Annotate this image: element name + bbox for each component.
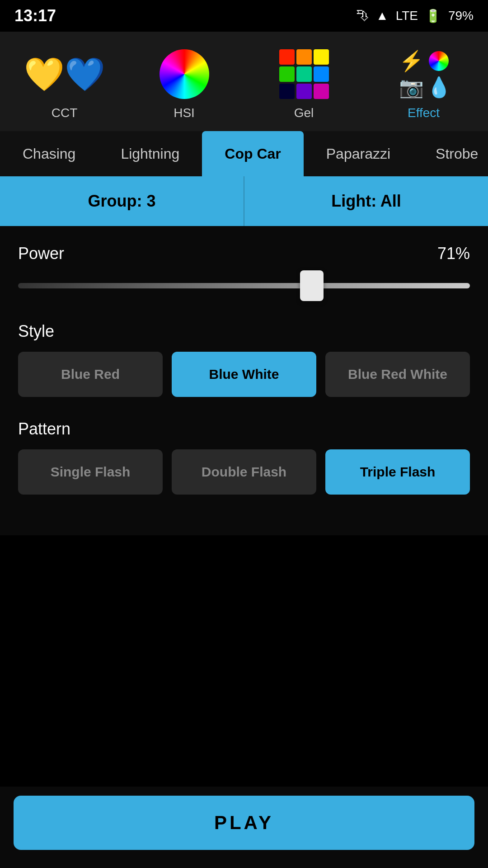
power-section: Power 71% [18, 244, 470, 299]
power-slider-container[interactable] [18, 272, 470, 299]
nav-item-effect[interactable]: ⚡ 📷 💧 Effect [364, 47, 483, 120]
battery-percent: 79% [448, 9, 474, 23]
pattern-btn-triple-flash[interactable]: Triple Flash [325, 449, 470, 495]
gel-icon [277, 47, 331, 101]
signal-icon: ▲ [376, 9, 389, 23]
style-btn-blue-red[interactable]: Blue Red [18, 352, 163, 397]
style-label: Style [18, 322, 470, 341]
style-button-row: Blue Red Blue White Blue Red White [18, 352, 470, 397]
hsi-wheel [160, 49, 209, 99]
power-label: Power [18, 244, 64, 263]
top-nav: 💛 💙 CCT HSI Gel [0, 32, 488, 131]
power-header: Power 71% [18, 244, 470, 263]
nav-label-effect: Effect [408, 106, 440, 120]
group-light-bar: Group: 3 Light: All [0, 176, 488, 226]
pattern-section: Pattern Single Flash Double Flash Triple… [18, 420, 470, 495]
play-button-container: PLAY [0, 787, 488, 868]
tab-lightning[interactable]: Lightning [98, 131, 202, 176]
nav-label-hsi: HSI [174, 106, 195, 120]
pattern-label: Pattern [18, 420, 470, 439]
cct-icon: 💛 💙 [38, 47, 92, 101]
color-wheel-icon [427, 49, 451, 73]
light-selector[interactable]: Light: All [244, 176, 488, 226]
light-label: Light: All [331, 192, 401, 211]
nav-label-gel: Gel [294, 106, 314, 120]
status-time: 13:17 [14, 6, 56, 25]
pattern-button-row: Single Flash Double Flash Triple Flash [18, 449, 470, 495]
battery-icon: 🔋 [425, 9, 441, 24]
status-icons: ⮷ ▲ LTE 🔋 79% [356, 9, 474, 24]
scroll-tabs: Chasing Lightning Cop Car Paparazzi Stro… [0, 131, 488, 176]
effect-icon: ⚡ 📷 💧 [397, 47, 451, 101]
tab-paparazzi[interactable]: Paparazzi [304, 131, 413, 176]
drop-icon: 💧 [427, 75, 451, 99]
main-content: Power 71% Style Blue Red Blue White Blue… [0, 226, 488, 535]
effect-icons-grid: ⚡ 📷 💧 [399, 49, 449, 99]
nav-item-gel[interactable]: Gel [244, 47, 364, 120]
power-value: 71% [437, 244, 470, 263]
lightning-effect-icon: ⚡ [399, 49, 424, 73]
pattern-btn-single-flash[interactable]: Single Flash [18, 449, 163, 495]
nav-item-cct[interactable]: 💛 💙 CCT [5, 47, 124, 120]
group-selector[interactable]: Group: 3 [0, 176, 244, 226]
power-slider-thumb[interactable] [300, 270, 324, 301]
power-slider-track[interactable] [18, 283, 470, 288]
play-button[interactable]: PLAY [14, 796, 474, 850]
group-label: Group: 3 [88, 192, 156, 211]
style-section: Style Blue Red Blue White Blue Red White [18, 322, 470, 397]
nav-label-cct: CCT [52, 106, 78, 120]
style-btn-blue-red-white[interactable]: Blue Red White [325, 352, 470, 397]
nav-item-hsi[interactable]: HSI [124, 47, 244, 120]
camera-effect-icon: 📷 [399, 75, 424, 99]
tab-cop-car[interactable]: Cop Car [202, 131, 303, 176]
bluetooth-icon: ⮷ [356, 9, 369, 24]
gel-grid [279, 49, 329, 99]
hsi-icon [157, 47, 211, 101]
tab-strobe[interactable]: Strobe [413, 131, 488, 176]
style-btn-blue-white[interactable]: Blue White [172, 352, 316, 397]
lte-icon: LTE [396, 9, 418, 23]
pattern-btn-double-flash[interactable]: Double Flash [172, 449, 316, 495]
tab-chasing[interactable]: Chasing [0, 131, 98, 176]
status-bar: 13:17 ⮷ ▲ LTE 🔋 79% [0, 0, 488, 32]
